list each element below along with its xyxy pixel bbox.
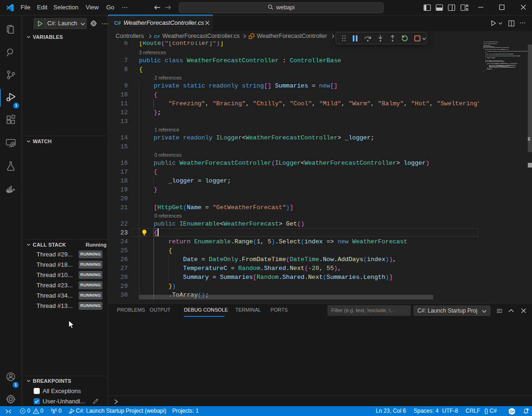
svg-text:C#: C#	[154, 34, 160, 39]
svg-text:C#: C#	[114, 20, 121, 26]
svg-text:C#: C#	[510, 409, 514, 414]
